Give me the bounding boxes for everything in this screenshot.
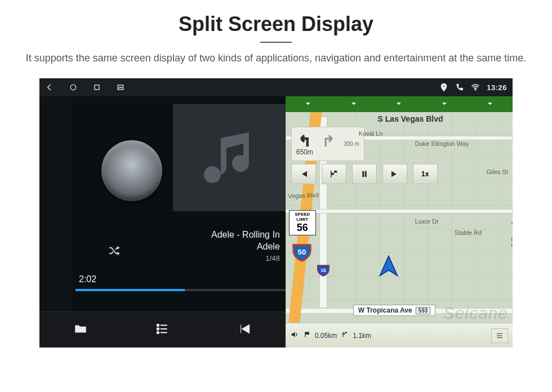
location-icon bbox=[439, 83, 448, 92]
playlist-button[interactable] bbox=[154, 322, 171, 338]
wifi-icon bbox=[471, 83, 480, 92]
lane-arrow-icon bbox=[304, 99, 313, 110]
svg-point-7 bbox=[157, 331, 159, 333]
progress-fill bbox=[75, 289, 185, 291]
svg-rect-1 bbox=[95, 85, 99, 90]
volume-knob[interactable] bbox=[101, 140, 162, 201]
nav-flag-button[interactable] bbox=[322, 164, 346, 184]
track-info: Adele - Rolling In Adele 1/48 bbox=[211, 229, 280, 263]
picture-icon bbox=[116, 83, 125, 92]
route-shield: 50 bbox=[291, 242, 313, 263]
nav-button-row: 1x bbox=[291, 164, 438, 184]
page-title: Split Screen Display bbox=[0, 0, 552, 36]
phone-icon bbox=[455, 83, 464, 92]
footer-distance: 0.05km bbox=[315, 332, 337, 340]
svg-rect-9 bbox=[331, 171, 334, 173]
street-bubble: W Tropicana Ave593 bbox=[353, 305, 436, 316]
map-footer: 0.05km 1.1km bbox=[286, 323, 513, 348]
track-count: 1/48 bbox=[211, 254, 280, 264]
street-label: Duke Ellington Way bbox=[415, 140, 469, 147]
device-screenshot: 13:26 Adele - Rolling In Adele 1/48 2:02 bbox=[39, 78, 513, 348]
lane-arrow-icon bbox=[440, 99, 449, 110]
svg-point-5 bbox=[157, 324, 159, 326]
checkered-flag-icon bbox=[341, 331, 349, 340]
vehicle-pointer-icon bbox=[376, 254, 402, 282]
svg-rect-11 bbox=[362, 171, 364, 177]
svg-text:15: 15 bbox=[320, 268, 326, 273]
previous-track-button[interactable] bbox=[236, 322, 253, 338]
track-artist: Adele bbox=[211, 241, 280, 253]
turn-right-icon bbox=[318, 131, 337, 150]
lane-guidance-strip bbox=[286, 96, 513, 112]
album-art bbox=[173, 104, 286, 211]
music-player-pane: Adele - Rolling In Adele 1/48 2:02 bbox=[39, 96, 286, 348]
footer-total-distance: 1.1km bbox=[353, 332, 371, 340]
street-label: E Reno Ave bbox=[510, 215, 513, 247]
elapsed-time: 2:02 bbox=[79, 274, 96, 284]
navigation-pane[interactable]: S Las Vegas Blvd 300 m 650m 1x SPEED LIM… bbox=[286, 96, 513, 348]
shuffle-icon[interactable] bbox=[106, 244, 123, 260]
recent-apps-icon[interactable] bbox=[92, 83, 101, 92]
turn-left-icon bbox=[296, 131, 315, 150]
sound-icon[interactable] bbox=[290, 330, 299, 341]
svg-point-6 bbox=[157, 328, 159, 329]
lane-arrow-icon bbox=[349, 99, 358, 110]
svg-point-4 bbox=[475, 89, 476, 90]
svg-rect-10 bbox=[334, 173, 337, 175]
nav-speed-button[interactable]: 1x bbox=[413, 164, 438, 184]
title-divider bbox=[260, 42, 292, 43]
music-note-icon bbox=[195, 124, 263, 191]
folder-button[interactable] bbox=[72, 322, 89, 338]
street-label: Giles St bbox=[486, 168, 508, 175]
turn-guidance-card: 300 m 650m bbox=[291, 127, 364, 161]
nav-pause-button[interactable] bbox=[352, 164, 377, 184]
svg-text:50: 50 bbox=[297, 248, 306, 256]
player-left-spine bbox=[39, 96, 72, 348]
back-icon[interactable] bbox=[45, 83, 54, 92]
svg-rect-18 bbox=[345, 333, 348, 335]
player-bottom-bar bbox=[39, 311, 286, 348]
flag-icon bbox=[304, 331, 311, 340]
svg-point-3 bbox=[443, 85, 445, 87]
progress-bar[interactable] bbox=[75, 289, 286, 291]
android-status-bar: 13:26 bbox=[39, 78, 513, 96]
nav-prev-button[interactable] bbox=[291, 164, 316, 184]
page-subtitle: It supports the same screen display of t… bbox=[0, 51, 552, 78]
svg-rect-12 bbox=[365, 171, 367, 177]
svg-rect-15 bbox=[305, 332, 309, 335]
lane-arrow-icon bbox=[394, 99, 403, 110]
current-street-label: S Las Vegas Blvd bbox=[331, 114, 489, 123]
svg-point-0 bbox=[70, 84, 75, 90]
speed-limit-sign: SPEED LIMIT 56 bbox=[289, 210, 316, 235]
street-label: Stable Rd bbox=[455, 229, 482, 236]
track-title: Adele - Rolling In bbox=[211, 229, 280, 241]
road bbox=[286, 209, 513, 213]
nav-next-button[interactable] bbox=[382, 164, 407, 184]
map-menu-button[interactable] bbox=[491, 328, 508, 343]
street-label: Luxor Dr bbox=[415, 218, 439, 225]
interstate-shield: 15 bbox=[316, 263, 331, 278]
lane-arrow-icon bbox=[486, 99, 495, 110]
clock: 13:26 bbox=[487, 83, 507, 92]
street-label: Koval Ln bbox=[359, 130, 383, 137]
home-icon[interactable] bbox=[69, 83, 78, 92]
street-label: Vegas Blvd bbox=[288, 191, 319, 199]
